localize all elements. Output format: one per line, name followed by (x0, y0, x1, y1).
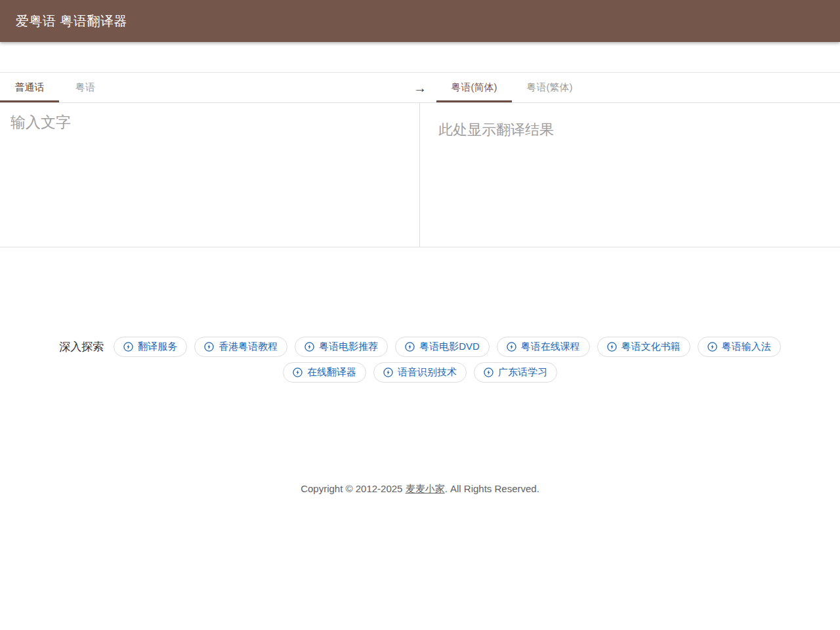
tab-label: 粤语 (75, 81, 95, 94)
bolt-circle-icon (204, 342, 214, 352)
explore-link-label: 广东话学习 (498, 366, 547, 379)
explore-link-label: 语音识别技术 (398, 366, 457, 379)
bolt-circle-icon (507, 342, 516, 352)
tab-cantonese-traditional[interactable]: 粤语(繁体) (512, 73, 587, 102)
explore-link-label: 粤语电影推荐 (319, 341, 378, 353)
explore-link[interactable]: 粤语文化书籍 (597, 337, 690, 357)
tab-mandarin[interactable]: 普通话 (0, 73, 59, 102)
explore-link-label: 翻译服务 (138, 341, 177, 353)
bolt-circle-icon (293, 368, 303, 377)
bolt-circle-icon (607, 342, 617, 352)
explore-link[interactable]: 语音识别技术 (373, 362, 467, 383)
tab-label: 粤语(简体) (452, 81, 497, 94)
tab-label: 粤语(繁体) (527, 81, 573, 94)
explore-link-label: 粤语文化书籍 (621, 341, 681, 353)
translation-panels: 此处显示翻译结果 (0, 103, 840, 247)
bolt-circle-icon (304, 342, 314, 352)
explore-link[interactable]: 香港粤语教程 (194, 337, 287, 357)
source-text-input[interactable] (0, 103, 419, 247)
explore-section: 深入探索 翻译服务香港粤语教程粤语电影推荐粤语电影DVD粤语在线课程粤语文化书籍… (23, 337, 817, 383)
explore-link[interactable]: 粤语电影推荐 (295, 337, 388, 357)
app-header: 爱粤语 粤语翻译器 (0, 0, 840, 42)
copyright-suffix: . All Rights Reserved. (445, 483, 539, 494)
tab-cantonese-simplified[interactable]: 粤语(简体) (436, 73, 512, 102)
tab-cantonese[interactable]: 粤语 (59, 73, 112, 102)
page-title: 爱粤语 粤语翻译器 (16, 12, 127, 30)
explore-link-label: 粤语电影DVD (419, 341, 480, 353)
copyright-prefix: Copyright © 2012-2025 (301, 483, 406, 494)
source-language-tabs: 普通话粤语 (0, 73, 420, 102)
explore-label: 深入探索 (59, 339, 104, 354)
explore-link-label: 粤语在线课程 (521, 341, 580, 353)
explore-link[interactable]: 粤语电影DVD (395, 337, 490, 357)
explore-link[interactable]: 在线翻译器 (283, 362, 366, 383)
bolt-circle-icon (383, 368, 393, 377)
bolt-circle-icon (405, 342, 415, 352)
source-text-panel (0, 103, 420, 247)
explore-link[interactable]: 粤语在线课程 (497, 337, 590, 357)
tab-label: 普通话 (15, 81, 45, 94)
explore-link[interactable]: 广东话学习 (474, 362, 557, 383)
footer-site-link[interactable]: 麦麦小家 (406, 483, 445, 494)
footer: Copyright © 2012-2025 麦麦小家. All Rights R… (0, 483, 840, 495)
translation-result-panel: 此处显示翻译结果 (420, 103, 840, 247)
bolt-circle-icon (707, 342, 717, 352)
bolt-circle-icon (484, 368, 494, 377)
target-language-tabs: 粤语(简体)粤语(繁体) (420, 73, 840, 102)
bolt-circle-icon (123, 342, 133, 352)
explore-link-label: 香港粤语教程 (219, 341, 278, 353)
explore-link-label: 粤语输入法 (722, 341, 771, 353)
explore-link-label: 在线翻译器 (307, 366, 356, 379)
explore-link[interactable]: 翻译服务 (114, 337, 187, 357)
language-tab-bar: 普通话粤语 粤语(简体)粤语(繁体) → (0, 72, 840, 103)
explore-link[interactable]: 粤语输入法 (698, 337, 781, 357)
